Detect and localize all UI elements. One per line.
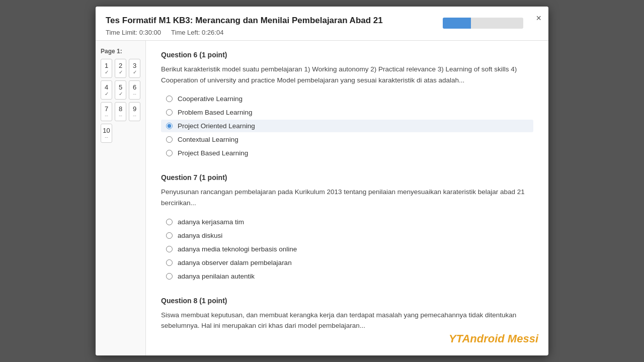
q7-radio-b[interactable]: [166, 232, 173, 239]
nav-btn-1[interactable]: 1 ✓: [101, 59, 112, 78]
content-area: Question 6 (1 point) Berikut karakterist…: [146, 41, 548, 355]
q7-option-a[interactable]: adanya kerjasama tim: [161, 216, 533, 228]
time-limit-label: Time Limit: 0:30:00: [106, 29, 161, 36]
q6-radio-b[interactable]: [166, 109, 173, 116]
question-6-options: Cooperative Learning Problem Based Learn…: [161, 93, 533, 159]
q7-radio-a[interactable]: [166, 219, 173, 225]
question-6-header: Question 6 (1 point): [161, 51, 533, 59]
time-left-label: Time Left: 0:26:04: [171, 29, 223, 36]
nav-btn-2[interactable]: 2 ✓: [115, 59, 126, 78]
q7-radio-e[interactable]: [166, 273, 173, 280]
modal-container: Tes Formatif M1 KB3: Merancang dan Menil…: [96, 7, 548, 355]
question-7-block: Question 7 (1 point) Penyusunan rancanga…: [161, 173, 533, 282]
sidebar: Page 1: 1 ✓ 2 ✓ 3 ✓ 4 ✓: [96, 41, 146, 355]
nav-btn-3[interactable]: 3 ✓: [129, 59, 140, 78]
q6-option-b[interactable]: Problem Based Learning: [161, 106, 533, 119]
q6-radio-c[interactable]: [166, 123, 173, 129]
question-6-block: Question 6 (1 point) Berikut karakterist…: [161, 51, 533, 159]
close-button[interactable]: ×: [536, 14, 541, 23]
question-7-header: Question 7 (1 point): [161, 173, 533, 182]
q6-option-c[interactable]: Project Oriented Learning: [161, 120, 533, 132]
nav-btn-6[interactable]: 6 --: [129, 80, 140, 100]
question-7-text: Penyusunan rancangan pembelajaran pada K…: [161, 187, 533, 208]
q7-radio-d[interactable]: [166, 259, 173, 266]
q6-radio-d[interactable]: [166, 136, 173, 143]
question-6-text: Berikut karakteristik model suatu pembel…: [161, 64, 533, 85]
q6-option-a[interactable]: Cooperative Learning: [161, 93, 533, 105]
page-label: Page 1:: [101, 48, 140, 55]
nav-grid: 1 ✓ 2 ✓ 3 ✓ 4 ✓ 5 ✓: [101, 59, 140, 143]
question-7-options: adanya kerjasama tim adanya diskusi adan…: [161, 216, 533, 283]
modal-meta: Time Limit: 0:30:00 Time Left: 0:26:04: [106, 29, 538, 36]
modal-header: Tes Formatif M1 KB3: Merancang dan Menil…: [96, 7, 548, 41]
q6-option-d[interactable]: Contextual Learning: [161, 133, 533, 146]
q7-option-b[interactable]: adanya diskusi: [161, 229, 533, 242]
nav-btn-7[interactable]: 7 --: [101, 102, 112, 121]
q6-radio-a[interactable]: [166, 96, 173, 102]
nav-btn-10[interactable]: 10 --: [101, 124, 112, 143]
q7-option-e[interactable]: adanya penilaian autentik: [161, 270, 533, 283]
question-8-header: Question 8 (1 point): [161, 297, 533, 305]
question-8-block: Question 8 (1 point) Siswa membuat keput…: [161, 297, 533, 331]
nav-btn-4[interactable]: 4 ✓: [101, 80, 112, 100]
watermark: YTAndroid Messi: [449, 332, 538, 345]
q7-option-c[interactable]: adanya media teknologi berbasis online: [161, 243, 533, 255]
progress-bar-fill: [443, 18, 471, 29]
nav-btn-8[interactable]: 8 --: [115, 102, 126, 121]
nav-btn-5[interactable]: 5 ✓: [115, 80, 126, 100]
q6-option-e[interactable]: Project Based Learning: [161, 147, 533, 159]
question-8-text: Siswa membuat keputusan, dan membuat ker…: [161, 310, 533, 331]
q6-radio-e[interactable]: [166, 150, 173, 156]
q7-radio-c[interactable]: [166, 246, 173, 252]
nav-btn-9[interactable]: 9 --: [129, 102, 140, 121]
progress-bar: [443, 18, 523, 29]
q7-option-d[interactable]: adanya observer dalam pembelajaran: [161, 256, 533, 269]
modal-body: Page 1: 1 ✓ 2 ✓ 3 ✓ 4 ✓: [96, 41, 548, 355]
